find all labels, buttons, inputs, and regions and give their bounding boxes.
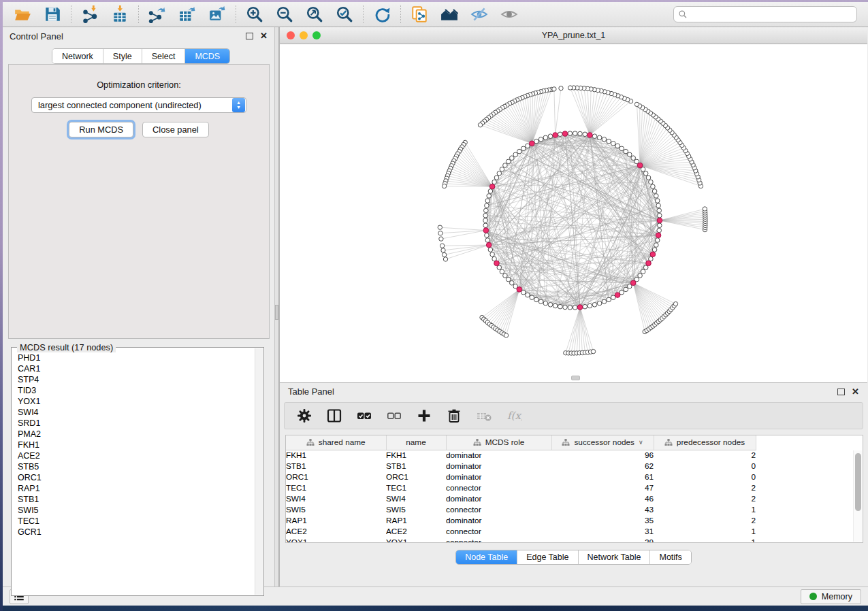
table-cell[interactable]: 62	[551, 461, 654, 472]
network-graph[interactable]	[280, 44, 867, 382]
table-scrollbar-thumb[interactable]	[855, 453, 861, 511]
table-cell[interactable]: RAP1	[386, 515, 446, 526]
result-node[interactable]: STB1	[18, 494, 254, 505]
minimize-window-icon[interactable]	[300, 31, 308, 39]
import-table-button[interactable]	[107, 4, 133, 24]
result-node[interactable]: STP4	[18, 374, 254, 385]
table-cell[interactable]: connector	[446, 537, 551, 543]
result-node[interactable]: SRD1	[18, 418, 254, 429]
export-table-button[interactable]	[174, 4, 200, 24]
float-panel-icon[interactable]	[246, 33, 253, 39]
tab-motifs[interactable]: Motifs	[650, 550, 690, 564]
result-node[interactable]: SWI5	[18, 505, 254, 516]
result-node[interactable]: GCR1	[18, 527, 254, 538]
table-cell[interactable]: 46	[551, 493, 654, 504]
table-cell[interactable]: connector	[446, 526, 551, 537]
column-header-successor-nodes[interactable]: successor nodes∨	[551, 435, 654, 450]
result-node[interactable]: SWI4	[18, 407, 254, 418]
select-all-checkboxes-button[interactable]	[354, 406, 374, 426]
table-row[interactable]: SWI4SWI4dominator462	[286, 493, 756, 504]
table-cell[interactable]: 2	[654, 515, 756, 526]
delete-column-button[interactable]	[444, 406, 464, 426]
tab-edge-table[interactable]: Edge Table	[517, 550, 578, 564]
canvas-hscroll-thumb[interactable]	[571, 376, 580, 380]
open-file-button[interactable]	[10, 4, 35, 24]
memory-button[interactable]: Memory	[801, 589, 861, 604]
close-panel-button[interactable]: Close panel	[142, 122, 209, 137]
table-cell[interactable]: 0	[654, 461, 756, 472]
refresh-button[interactable]	[369, 4, 395, 24]
network-canvas[interactable]	[280, 44, 867, 382]
zoom-selected-button[interactable]	[332, 4, 357, 24]
first-neighbors-button[interactable]	[436, 4, 462, 24]
run-mcds-button[interactable]: Run MCDS	[69, 122, 133, 137]
zoom-in-button[interactable]	[242, 4, 268, 24]
result-node[interactable]: TEC1	[18, 516, 254, 527]
close-table-panel-icon[interactable]: ✕	[852, 389, 859, 395]
result-node[interactable]: STB5	[18, 461, 254, 472]
result-node[interactable]: YOX1	[18, 396, 254, 407]
table-cell[interactable]: 1	[654, 526, 756, 537]
table-cell[interactable]: 0	[654, 472, 756, 482]
result-node[interactable]: FKH1	[18, 440, 254, 450]
close-panel-icon[interactable]: ✕	[260, 33, 268, 39]
table-cell[interactable]: FKH1	[386, 450, 446, 461]
table-cell[interactable]: connector	[446, 504, 551, 515]
export-image-button[interactable]	[204, 4, 230, 24]
table-cell[interactable]: STB1	[286, 461, 386, 472]
table-row[interactable]: SWI5SWI5connector431	[286, 504, 756, 515]
zoom-fit-button[interactable]	[302, 4, 327, 24]
tab-mcds[interactable]: MCDS	[185, 49, 229, 63]
tab-network[interactable]: Network	[52, 49, 103, 63]
table-cell[interactable]: 43	[551, 504, 654, 515]
table-cell[interactable]: 1	[654, 537, 756, 543]
table-cell[interactable]: ORC1	[286, 472, 386, 482]
table-cell[interactable]: SWI5	[286, 504, 386, 515]
column-header-shared-name[interactable]: shared name	[286, 435, 386, 450]
table-cell[interactable]: 2	[654, 482, 756, 493]
result-node[interactable]: ACE2	[18, 450, 254, 461]
table-cell[interactable]: ACE2	[386, 526, 446, 537]
splitter-handle[interactable]	[275, 305, 278, 320]
table-cell[interactable]: 47	[551, 482, 654, 493]
table-cell[interactable]: 2	[654, 450, 756, 461]
mcds-result-list[interactable]: PHD1CAR1STP4TID3YOX1SWI4SRD1PMA2FKH1ACE2…	[14, 350, 254, 593]
column-header-name[interactable]: name	[386, 435, 446, 450]
table-row[interactable]: TEC1TEC1connector472	[286, 482, 756, 493]
table-cell[interactable]: 29	[551, 537, 654, 543]
table-cell[interactable]: TEC1	[386, 482, 446, 493]
toggle-columns-button[interactable]	[324, 406, 344, 426]
table-cell[interactable]: STB1	[386, 461, 446, 472]
result-scrollbar[interactable]	[255, 348, 263, 595]
table-cell[interactable]: TEC1	[286, 482, 386, 493]
table-row[interactable]: STB1STB1dominator620	[286, 461, 756, 472]
table-cell[interactable]: dominator	[446, 493, 551, 504]
table-cell[interactable]: 2	[654, 493, 756, 504]
table-cell[interactable]: ACE2	[286, 526, 386, 537]
column-header-MCDS-role[interactable]: MCDS role	[446, 435, 551, 450]
table-row[interactable]: YOX1YOX1connector291	[286, 537, 756, 543]
table-cell[interactable]: 31	[551, 526, 654, 537]
table-cell[interactable]: ORC1	[386, 472, 446, 482]
settings-button[interactable]	[294, 406, 315, 426]
table-cell[interactable]: 35	[551, 515, 654, 526]
import-network-button[interactable]	[77, 4, 103, 24]
tab-network-table[interactable]: Network Table	[579, 550, 651, 564]
table-row[interactable]: ORC1ORC1dominator610	[286, 472, 756, 482]
float-table-panel-icon[interactable]	[837, 389, 845, 395]
table-cell[interactable]: SWI5	[386, 504, 446, 515]
table-cell[interactable]: 61	[551, 472, 654, 482]
table-cell[interactable]: 96	[551, 450, 654, 461]
table-row[interactable]: RAP1RAP1dominator352	[286, 515, 756, 526]
result-node[interactable]: ORC1	[18, 472, 254, 483]
result-node[interactable]: RAP1	[18, 483, 254, 494]
show-all-button[interactable]	[496, 4, 522, 24]
table-cell[interactable]: RAP1	[286, 515, 386, 526]
tab-select[interactable]: Select	[142, 49, 186, 63]
tab-style[interactable]: Style	[103, 49, 142, 63]
column-header-predecessor-nodes[interactable]: predecessor nodes	[654, 435, 756, 450]
result-node[interactable]: CAR1	[18, 363, 254, 374]
table-scrollbar[interactable]	[853, 450, 862, 542]
export-network-button[interactable]	[144, 4, 170, 24]
close-window-icon[interactable]	[287, 31, 295, 39]
